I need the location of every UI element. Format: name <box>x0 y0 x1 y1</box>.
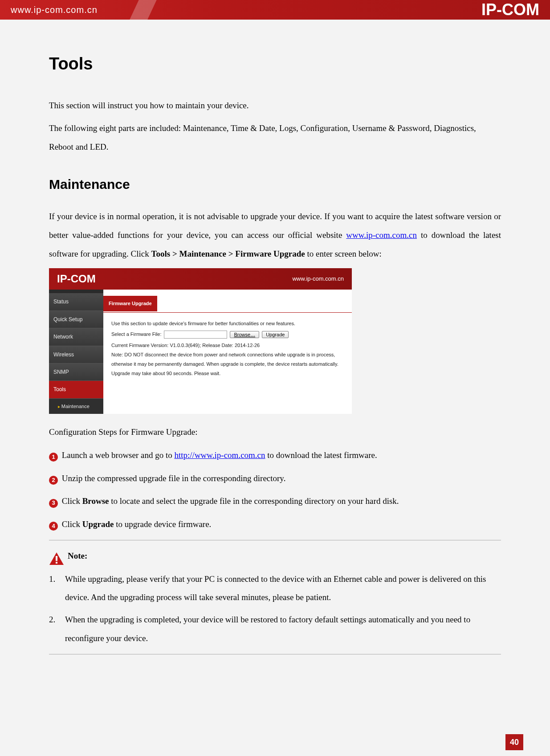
ss-tab-firmware[interactable]: Firmware Upgrade <box>103 296 157 311</box>
text: Click <box>60 519 82 529</box>
divider <box>49 540 501 540</box>
nav-tools[interactable]: Tools <box>49 381 103 398</box>
bullet-2-icon: 2 <box>49 476 58 485</box>
text: Upgrade <box>82 519 114 529</box>
note-2: 2. When the upgrading is completed, your… <box>49 610 501 648</box>
bullet-1-icon: 1 <box>49 453 58 462</box>
intro-paragraph-2: The following eight parts are included: … <box>49 119 501 156</box>
header-logo: IP-COM <box>481 0 539 19</box>
upgrade-button[interactable]: Upgrade <box>262 331 289 338</box>
heading-tools: Tools <box>49 45 501 83</box>
heading-maintenance: Maintenance <box>49 170 501 199</box>
download-link[interactable]: http://www.ip-com.com.cn <box>174 450 265 460</box>
ss-tabline: Firmware Upgrade <box>103 293 352 312</box>
text: to enter screen below: <box>305 249 382 258</box>
ss-sidebar: Status Quick Setup Network Wireless SNMP… <box>49 290 103 414</box>
step-1: 1 Launch a web browser and go to http://… <box>49 446 501 465</box>
note-header: Note: <box>49 547 501 565</box>
note-label: Note: <box>68 547 87 565</box>
ss-file-row: Select a Firmware File: Browse… Upgrade <box>111 330 344 339</box>
ss-panel: Use this section to update device's firm… <box>103 313 352 384</box>
browse-button[interactable]: Browse… <box>230 331 259 338</box>
ss-note: Note: DO NOT disconnect the device from … <box>111 350 344 378</box>
text: Unzip the compressed upgrade file in the… <box>60 474 285 483</box>
text: Browse <box>82 496 109 506</box>
ss-main: Firmware Upgrade Use this section to upd… <box>103 290 352 414</box>
nav-status[interactable]: Status <box>49 293 103 311</box>
page-number: 40 <box>505 734 523 750</box>
nav-snmp[interactable]: SNMP <box>49 364 103 381</box>
page-header: www.ip-com.com.cn IP-COM <box>0 0 550 20</box>
ss-body: Status Quick Setup Network Wireless SNMP… <box>49 290 352 414</box>
text: Launch a web browser and go to <box>60 450 174 460</box>
note-2-text: When the upgrading is completed, your de… <box>65 610 501 648</box>
text: to upgrade device firmware. <box>114 519 211 529</box>
ss-desc: Use this section to update device's firm… <box>111 319 344 328</box>
nav-wireless[interactable]: Wireless <box>49 346 103 364</box>
ss-url: www.ip-com.com.cn <box>292 273 344 286</box>
step-3: 3 Click Browse to locate and select the … <box>49 492 501 511</box>
page-body: Tools This section will instruct you how… <box>0 20 550 756</box>
warning-icon <box>49 552 64 565</box>
ss-header: IP-COM www.ip-com.com.cn <box>49 268 352 290</box>
step-4: 4 Click Upgrade to upgrade device firmwa… <box>49 515 501 534</box>
svg-rect-1 <box>56 556 57 561</box>
firmware-screenshot: IP-COM www.ip-com.com.cn Status Quick Se… <box>49 268 352 414</box>
ss-select-label: Select a Firmware File: <box>111 330 161 339</box>
intro-paragraph-1: This section will instruct you how to ma… <box>49 96 501 115</box>
divider <box>49 654 501 654</box>
website-link[interactable]: www.ip-com.com.cn <box>346 230 417 240</box>
bullet-4-icon: 4 <box>49 522 58 531</box>
note-1-number: 1. <box>49 570 57 607</box>
header-url: www.ip-com.com.cn <box>11 5 98 15</box>
text: to locate and select the upgrade file in… <box>109 496 399 506</box>
bullet-3-icon: 3 <box>49 499 58 508</box>
nav-maintenance[interactable]: Maintenance <box>49 399 103 414</box>
note-1-text: While upgrading, please verify that your… <box>65 570 501 607</box>
step-2: 2 Unzip the compressed upgrade file in t… <box>49 469 501 488</box>
note-2-number: 2. <box>49 610 57 648</box>
nav-network[interactable]: Network <box>49 328 103 346</box>
content: Tools This section will instruct you how… <box>49 45 501 654</box>
nav-path: Tools > Maintenance > Firmware Upgrade <box>151 249 305 258</box>
text: to download the latest firmware. <box>265 450 377 460</box>
note-1: 1. While upgrading, please verify that y… <box>49 570 501 607</box>
maintenance-paragraph: If your device is in normal operation, i… <box>49 207 501 263</box>
nav-quick-setup[interactable]: Quick Setup <box>49 311 103 328</box>
ss-logo: IP-COM <box>57 267 96 291</box>
svg-rect-2 <box>56 562 57 564</box>
steps-title: Configuration Steps for Firmware Upgrade… <box>49 423 501 441</box>
ss-file-input[interactable] <box>164 331 227 339</box>
ss-version: Current Firmware Version: V1.0.0.3(649);… <box>111 341 344 350</box>
text: Click <box>60 496 82 506</box>
